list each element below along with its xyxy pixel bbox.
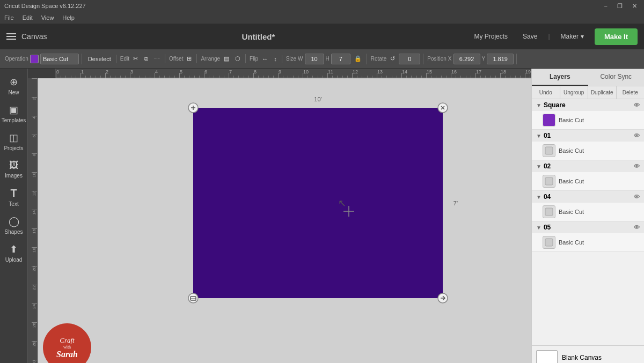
save-button[interactable]: Save: [518, 31, 541, 42]
flip-h-btn[interactable]: ↔: [260, 55, 270, 63]
shape-height-label: 7': [453, 200, 458, 206]
watermark-with: with: [63, 345, 71, 350]
layer-item-04-basic-cut[interactable]: Basic Cut: [532, 203, 644, 221]
operation-input[interactable]: [40, 54, 79, 64]
tool-templates[interactable]: ▣ Templates: [2, 101, 26, 127]
section-header-01[interactable]: ▼ 01 👁: [532, 130, 644, 142]
handle-bottom-left[interactable]: [188, 293, 199, 303]
my-projects-button[interactable]: My Projects: [470, 31, 512, 42]
close-button[interactable]: ✕: [630, 2, 640, 11]
minimize-button[interactable]: −: [602, 2, 610, 10]
menu-help[interactable]: Help: [62, 14, 75, 21]
blank-canvas-thumb: [536, 350, 558, 363]
rotate-input[interactable]: [399, 54, 420, 64]
delete-button[interactable]: Delete: [617, 86, 645, 99]
section-arrow-01: ▼: [536, 133, 541, 139]
tab-color-sync[interactable]: Color Sync: [588, 69, 645, 86]
menu-view[interactable]: View: [41, 14, 54, 21]
size-h-label: H: [326, 56, 330, 62]
deselect-button[interactable]: Deselect: [86, 55, 113, 63]
maker-chevron-icon: ▾: [581, 33, 584, 40]
section-visible-05[interactable]: 👁: [634, 224, 640, 231]
pos-x-input[interactable]: [453, 54, 480, 64]
app-header-left: Canvas: [6, 32, 47, 41]
rotate-icon[interactable]: ↺: [388, 54, 397, 63]
layer-item-01-basic-cut[interactable]: Basic Cut: [532, 142, 644, 160]
menu-file[interactable]: File: [4, 14, 14, 21]
maker-label: Maker: [561, 33, 579, 40]
tool-upload[interactable]: ⬆ Upload: [2, 240, 26, 266]
section-header-05[interactable]: ▼ 05 👁: [532, 221, 644, 233]
flip-v-btn[interactable]: ↕: [272, 55, 279, 63]
upload-icon: ⬆: [10, 243, 18, 255]
rotate-label: Rotate: [371, 56, 386, 62]
edit-group: Edit ✂ ⧉ ⋯: [118, 54, 165, 63]
section-visible-04[interactable]: 👁: [634, 194, 640, 200]
svg-point-5: [188, 293, 198, 303]
layer-item-05-basic-cut[interactable]: Basic Cut: [532, 233, 644, 251]
edit-copy-btn[interactable]: ⧉: [142, 54, 150, 63]
edit-more-btn[interactable]: ⋯: [152, 54, 162, 63]
canvas[interactable]: 10' 7': [38, 78, 531, 363]
layer-item-02-basic-cut[interactable]: Basic Cut: [532, 172, 644, 190]
make-it-button[interactable]: Make It: [595, 28, 638, 45]
tool-shapes[interactable]: ◯ Shapes: [2, 212, 26, 238]
section-visible-02[interactable]: 👁: [634, 163, 640, 169]
offset-btn[interactable]: ⊞: [185, 54, 194, 63]
flip-group: Flip ↔ ↕: [247, 55, 282, 63]
ruler-row: // Generated via JS below 01234567891011…: [28, 69, 531, 78]
size-w-input[interactable]: [305, 54, 324, 64]
duplicate-button[interactable]: Duplicate: [588, 86, 617, 99]
section-visible-square[interactable]: 👁: [634, 102, 640, 108]
size-label: Size: [286, 56, 296, 62]
watermark-sarah: Sarah: [56, 350, 78, 359]
edit-label: Edit: [120, 56, 129, 62]
title-bar-right[interactable]: − ❐ ✕: [602, 2, 640, 11]
section-visible-01[interactable]: 👁: [634, 132, 640, 139]
section-header-02[interactable]: ▼ 02 👁: [532, 160, 644, 172]
templates-icon: ▣: [9, 104, 18, 116]
layer-item-square-basic-cut[interactable]: Basic Cut: [532, 111, 644, 129]
size-w-label: W: [298, 56, 303, 62]
arrange-btn2[interactable]: ⬡: [233, 54, 243, 63]
svg-rect-13: [545, 208, 553, 216]
undo-button[interactable]: Undo: [532, 86, 560, 99]
handle-bottom-right[interactable]: [437, 293, 448, 303]
hamburger-menu[interactable]: [6, 33, 16, 40]
canvas-shape[interactable]: [193, 108, 443, 298]
app-header: Canvas Untitled* My Projects Save | Make…: [0, 24, 644, 49]
handle-top-right[interactable]: [437, 102, 448, 113]
section-header-04[interactable]: ▼ 04 👁: [532, 191, 644, 203]
section-header-square[interactable]: ▼ Square 👁: [532, 99, 644, 111]
tool-projects[interactable]: ◫ Projects: [2, 129, 26, 154]
tab-layers[interactable]: Layers: [532, 69, 588, 86]
tool-text[interactable]: T Text: [2, 184, 26, 210]
tool-projects-label: Projects: [4, 145, 23, 151]
deselect-group: Deselect: [83, 55, 116, 63]
restore-button[interactable]: ❐: [614, 2, 625, 11]
menu-edit[interactable]: Edit: [23, 14, 33, 21]
horizontal-ruler: // Generated via JS below 01234567891011…: [56, 69, 531, 78]
ungroup-button[interactable]: Ungroup: [560, 86, 589, 99]
shape-container[interactable]: 10' 7': [193, 108, 443, 298]
layers-actions: Undo Ungroup Duplicate Delete: [532, 86, 644, 99]
flip-label: Flip: [250, 56, 258, 62]
handle-top-left[interactable]: [188, 102, 199, 113]
images-icon: 🖼: [9, 160, 19, 171]
size-lock-btn[interactable]: 🔒: [352, 54, 364, 63]
layer-section-02: ▼ 02 👁 Basic Cut: [532, 160, 644, 191]
layer-thumb-04: [543, 205, 555, 218]
arrange-btn[interactable]: ▤: [222, 54, 231, 63]
blank-canvas-label: Blank Canvas: [562, 354, 602, 361]
edit-icon-btn[interactable]: ✂: [131, 54, 140, 63]
right-panel: Layers Color Sync Undo Ungroup Duplicate…: [531, 69, 644, 363]
pos-y-input[interactable]: [487, 54, 514, 64]
position-label: Position: [427, 56, 447, 62]
layer-label-square: Basic Cut: [559, 117, 584, 123]
size-h-input[interactable]: [331, 54, 350, 64]
operation-color-swatch[interactable]: [30, 55, 39, 63]
tool-images[interactable]: 🖼 Images: [2, 157, 26, 182]
header-divider: |: [548, 33, 550, 40]
maker-button[interactable]: Maker ▾: [557, 31, 588, 42]
tool-new[interactable]: ⊕ New: [2, 73, 26, 99]
